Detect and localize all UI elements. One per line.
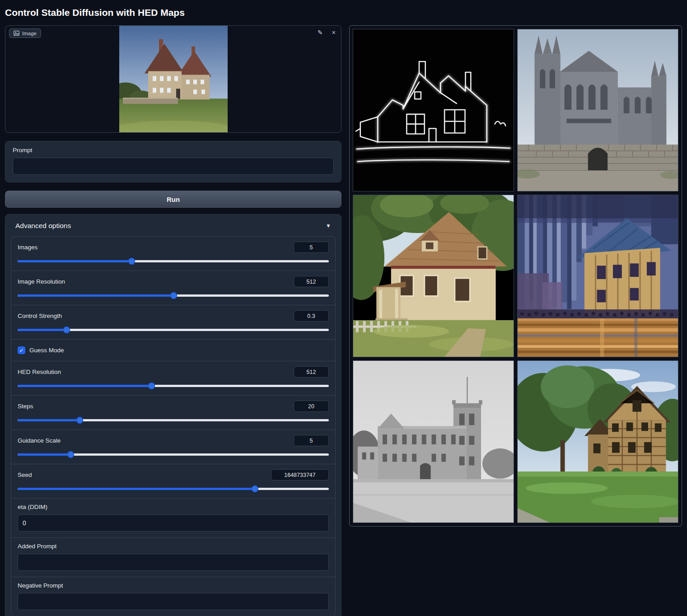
seed-value-input[interactable]: 1648733747 [271, 469, 329, 481]
seed-slider[interactable] [18, 485, 329, 492]
advanced-options-block: Advanced options ▼ Images 5 [5, 214, 341, 616]
guess-mode-label[interactable]: Guess Mode [29, 347, 64, 354]
gallery-item-cathedral[interactable] [517, 29, 678, 191]
guess-mode-row: ✓ Guess Mode [11, 340, 335, 361]
slider-fill [18, 453, 71, 456]
image-input-block[interactable]: Image ✎ × [5, 25, 341, 133]
slider-thumb[interactable] [252, 485, 258, 492]
negative-prompt-label: Negative Prompt [18, 582, 329, 589]
images-label: Images [18, 244, 37, 251]
slider-thumb[interactable] [76, 417, 83, 424]
image-resolution-value-input[interactable]: 512 [294, 276, 329, 287]
prompt-input[interactable] [13, 158, 334, 175]
images-slider[interactable] [18, 258, 329, 265]
hed-resolution-label: HED Resolution [18, 369, 61, 375]
slider-fill [18, 329, 66, 331]
hed-resolution-row: HED Resolution 512 [11, 361, 335, 396]
edit-image-button[interactable]: ✎ [317, 28, 324, 37]
page-title: Control Stable Diffusion with HED Maps [5, 7, 682, 18]
gallery-item-bw-building[interactable] [353, 360, 514, 523]
added-prompt-label: Added Prompt [18, 543, 329, 550]
steps-label: Steps [18, 403, 33, 410]
hed-resolution-value-input[interactable]: 512 [294, 366, 329, 378]
slider-thumb[interactable] [67, 451, 74, 458]
guidance-scale-slider[interactable] [18, 451, 329, 458]
cathedral-image [518, 29, 678, 191]
timber-house-image [518, 361, 678, 523]
controls-column: Image ✎ × [5, 25, 341, 616]
bw-building-image [353, 361, 514, 523]
control-strength-row: Control Strength 0.3 [11, 305, 335, 340]
advanced-options-header[interactable]: Advanced options ▼ [11, 220, 336, 236]
uploaded-image[interactable] [119, 26, 228, 132]
slider-fill [18, 385, 152, 387]
eta-input[interactable] [18, 514, 329, 532]
advanced-options-title: Advanced options [15, 222, 71, 230]
pencil-icon: ✎ [318, 29, 323, 36]
guess-mode-checkbox[interactable]: ✓ [18, 346, 25, 354]
eta-label: eta (DDIM) [18, 504, 329, 510]
close-icon: × [332, 29, 336, 36]
slider-thumb[interactable] [63, 327, 70, 333]
check-icon: ✓ [19, 347, 23, 354]
steps-value-input[interactable]: 20 [294, 401, 329, 412]
slider-fill [18, 294, 173, 297]
slider-thumb[interactable] [148, 383, 155, 389]
image-icon [14, 30, 19, 36]
hed-edge-map-image [353, 29, 514, 191]
image-tab-label: Image [22, 31, 37, 36]
guidance-scale-row: Guidance Scale 5 [11, 430, 335, 464]
prompt-block: Prompt [5, 141, 341, 182]
results-column [349, 25, 682, 527]
result-gallery [349, 25, 682, 527]
image-actions: ✎ × [317, 28, 336, 37]
seed-row: Seed 1648733747 [11, 464, 335, 499]
negative-prompt-row: Negative Prompt [11, 577, 335, 616]
added-prompt-row: Added Prompt [11, 538, 335, 577]
gallery-item-hed-map[interactable] [353, 29, 514, 191]
slider-thumb[interactable] [170, 292, 177, 299]
clear-image-button[interactable]: × [331, 28, 336, 37]
slider-fill [18, 488, 255, 490]
app: Control Stable Diffusion with HED Maps I… [0, 0, 687, 616]
slider-fill [18, 260, 131, 262]
control-strength-value-input[interactable]: 0.3 [294, 310, 329, 322]
added-prompt-input[interactable] [18, 554, 329, 571]
control-strength-slider[interactable] [18, 327, 329, 333]
images-row: Images 5 [11, 237, 335, 271]
gallery-item-rainy-painting[interactable] [517, 195, 678, 357]
guidance-scale-label: Guidance Scale [18, 437, 61, 444]
steps-slider[interactable] [18, 417, 329, 424]
guidance-scale-value-input[interactable]: 5 [294, 435, 329, 446]
images-value-input[interactable]: 5 [294, 242, 329, 253]
eta-row: eta (DDIM) [11, 499, 335, 538]
seed-label: Seed [18, 471, 32, 478]
control-strength-label: Control Strength [18, 313, 62, 319]
prompt-label: Prompt [13, 147, 334, 154]
image-resolution-row: Image Resolution 512 [11, 271, 335, 305]
run-button[interactable]: Run [5, 191, 341, 208]
steps-row: Steps 20 [11, 396, 335, 430]
gallery-item-timber-house[interactable] [517, 360, 678, 523]
house-photo-image [119, 26, 228, 132]
image-tab[interactable]: Image [9, 28, 41, 38]
gallery-item-painted-cottage[interactable] [353, 195, 514, 357]
rainy-painting-image [518, 195, 678, 357]
image-resolution-slider[interactable] [18, 292, 329, 299]
slider-fill [18, 419, 80, 421]
advanced-options-form: Images 5 Image Resolution 5 [11, 236, 336, 616]
hed-resolution-slider[interactable] [18, 383, 329, 389]
image-resolution-label: Image Resolution [18, 278, 65, 285]
slider-thumb[interactable] [128, 258, 135, 265]
collapse-arrow-icon[interactable]: ▼ [326, 223, 331, 229]
negative-prompt-input[interactable] [18, 593, 329, 610]
painted-cottage-image [353, 195, 514, 357]
